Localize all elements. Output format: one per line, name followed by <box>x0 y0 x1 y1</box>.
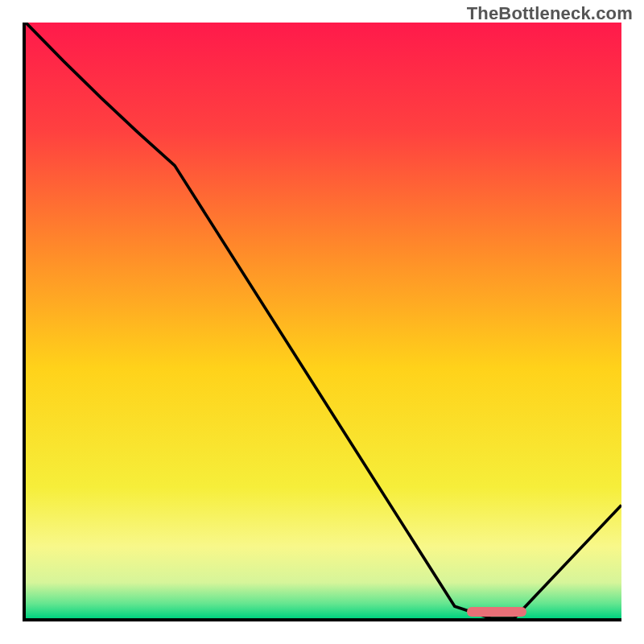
trough-marker <box>467 607 526 617</box>
curve-line <box>26 23 621 618</box>
chart-container: TheBottleneck.com <box>0 0 644 644</box>
plot-area <box>23 23 621 621</box>
curve-path <box>26 23 621 618</box>
watermark-text: TheBottleneck.com <box>467 3 633 24</box>
